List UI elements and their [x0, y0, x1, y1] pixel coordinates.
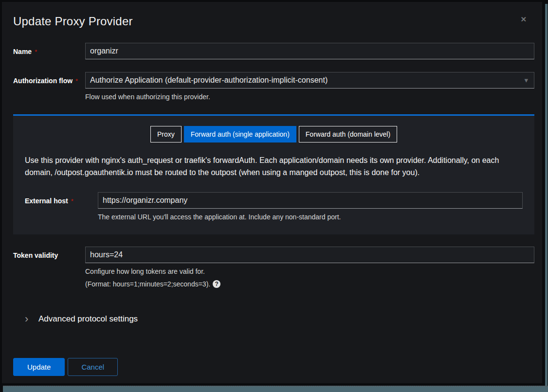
proxy-mode-toggle-group: Proxy Forward auth (single application) …	[25, 126, 523, 143]
update-proxy-provider-modal: Update Proxy Provider ✕ Name* Authorizat…	[2, 2, 542, 383]
cancel-button[interactable]: Cancel	[68, 358, 118, 376]
tab-forward-auth-domain-level[interactable]: Forward auth (domain level)	[299, 126, 397, 143]
screen: Update Proxy Provider ✕ Name* Authorizat…	[0, 0, 548, 392]
authorization-flow-help: Flow used when authorizing this provider…	[85, 92, 534, 101]
advanced-protocol-settings-toggle[interactable]: › Advanced protocol settings	[13, 314, 534, 324]
authorization-flow-control: Authorize Application (default-provider-…	[85, 72, 534, 101]
token-validity-help-line2: (Format: hours=1;minutes=2;seconds=3). ?	[85, 280, 534, 288]
proxy-mode-card: Proxy Forward auth (single application) …	[13, 114, 534, 234]
modal-body: Name* Authorization flow* Authorize Appl…	[2, 28, 542, 324]
modal-footer: Update Cancel	[2, 358, 542, 376]
form-row-name: Name*	[13, 43, 534, 59]
token-validity-control: Configure how long tokens are valid for.…	[85, 247, 534, 288]
external-host-label-text: External host	[25, 197, 68, 205]
help-icon[interactable]: ?	[213, 280, 220, 288]
name-input[interactable]	[85, 43, 534, 59]
token-validity-input[interactable]	[85, 247, 534, 263]
form-row-token-validity: Token validity Configure how long tokens…	[13, 247, 534, 288]
tab-forward-auth-single-application[interactable]: Forward auth (single application)	[184, 126, 296, 143]
external-host-control: The external URL you'll access the appli…	[98, 192, 523, 221]
chevron-right-icon: ›	[25, 315, 38, 323]
authorization-flow-label: Authorization flow*	[13, 72, 85, 101]
required-asterisk: *	[71, 197, 73, 205]
page-edge-bottom	[3, 386, 548, 392]
external-host-input[interactable]	[98, 192, 523, 209]
forward-auth-description: Use this provider with nginx's auth_requ…	[25, 155, 523, 179]
authorization-flow-selected-value: Authorize Application (default-provider-…	[90, 76, 328, 85]
form-row-authorization-flow: Authorization flow* Authorize Applicatio…	[13, 72, 534, 101]
modal-title: Update Proxy Provider	[13, 15, 530, 28]
name-label: Name*	[13, 43, 85, 59]
external-host-label: External host*	[25, 192, 98, 221]
required-asterisk: *	[75, 77, 78, 85]
name-control	[85, 43, 534, 59]
update-button[interactable]: Update	[13, 358, 65, 376]
required-asterisk: *	[35, 48, 37, 55]
close-icon[interactable]: ✕	[520, 16, 527, 23]
name-label-text: Name	[13, 48, 32, 55]
form-row-external-host: External host* The external URL you'll a…	[25, 192, 523, 221]
token-validity-format-text: (Format: hours=1;minutes=2;seconds=3).	[85, 280, 210, 288]
modal-header: Update Proxy Provider ✕	[2, 2, 542, 28]
advanced-protocol-settings-label: Advanced protocol settings	[38, 314, 138, 324]
tab-proxy[interactable]: Proxy	[150, 126, 182, 143]
chevron-down-icon: ▾	[524, 76, 528, 85]
authorization-flow-label-text: Authorization flow	[13, 77, 73, 85]
external-host-help: The external URL you'll access the appli…	[98, 213, 523, 221]
token-validity-label: Token validity	[13, 247, 85, 288]
page-edge-right	[545, 4, 548, 392]
authorization-flow-select[interactable]: Authorize Application (default-provider-…	[85, 72, 534, 89]
token-validity-help-line1: Configure how long tokens are valid for.	[85, 267, 534, 276]
